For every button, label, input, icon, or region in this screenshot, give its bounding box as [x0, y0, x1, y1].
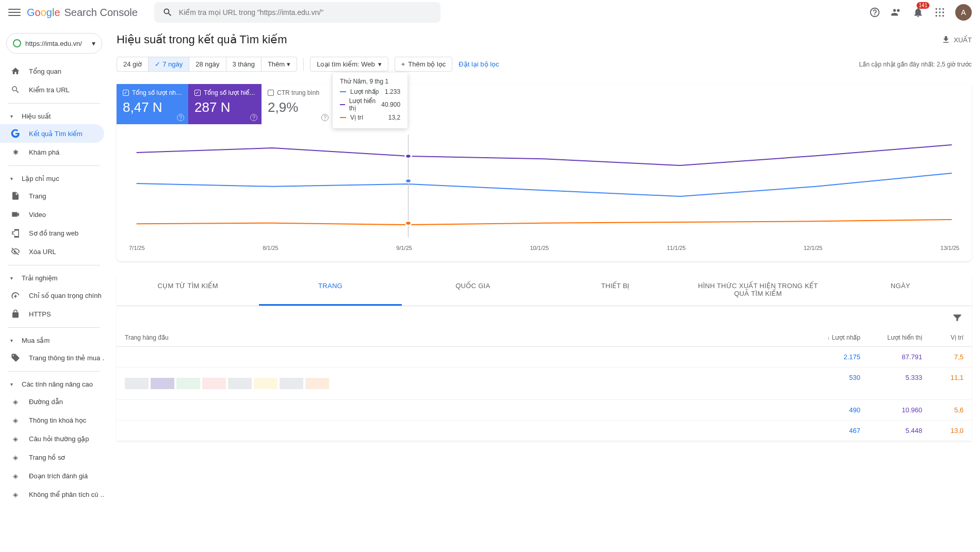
table-row[interactable]: 2.17587.7917,5 — [117, 347, 972, 367]
filter-search-type[interactable]: Loại tìm kiếm: Web▾ — [310, 57, 388, 72]
filter-icon[interactable] — [951, 311, 963, 324]
nav-section-indexing[interactable]: ▾Lập chỉ mục — [0, 170, 108, 187]
google-g-icon — [10, 128, 21, 139]
download-icon — [941, 35, 951, 44]
metric-impressions[interactable]: Tổng số lượt hiể… 287 N ? — [188, 84, 262, 124]
tag-icon — [10, 353, 21, 363]
tab-2[interactable]: QUỐC GIA — [402, 274, 544, 306]
hamburger-menu[interactable] — [8, 6, 21, 19]
date-segment-1[interactable]: ✓ 7 ngày — [148, 57, 189, 71]
tab-1[interactable]: TRANG — [259, 274, 401, 306]
date-segment-0[interactable]: 24 giờ — [117, 57, 148, 71]
col-page[interactable]: Trang hàng đầu — [125, 334, 798, 341]
table-row[interactable]: 49010.9605,6 — [117, 400, 972, 421]
svg-point-3 — [936, 11, 937, 13]
lock-icon — [10, 309, 21, 319]
date-segment-3[interactable]: 3 tháng — [226, 57, 261, 71]
add-filter-button[interactable]: +Thêm bộ lọc — [395, 57, 453, 72]
svg-point-0 — [936, 8, 937, 10]
nav-section-enhance[interactable]: ▾Các tính năng nâng cao — [0, 376, 108, 392]
help-icon[interactable]: ? — [321, 114, 329, 121]
tab-3[interactable]: THIẾT BỊ — [544, 274, 687, 306]
cell-impr: 10.960 — [860, 406, 922, 414]
cell-pos: 11,1 — [922, 374, 963, 393]
cell-impr: 87.791 — [860, 353, 922, 361]
speed-icon — [10, 290, 21, 300]
google-wordmark: Google — [27, 7, 60, 19]
date-segment-4[interactable]: Thêm ▾ — [261, 57, 297, 71]
x-tick: 7/1/25 — [129, 245, 145, 251]
asterisk-icon: ✱ — [10, 147, 21, 157]
users-icon[interactable] — [890, 6, 903, 19]
help-icon[interactable]: ? — [250, 114, 257, 121]
nav-section-performance[interactable]: ▾Hiệu suất — [0, 108, 108, 124]
nav-profile[interactable]: ◈Trang hồ sơ — [0, 448, 104, 466]
help-icon[interactable] — [869, 6, 881, 19]
nav-overview[interactable]: Tổng quan — [0, 62, 104, 80]
nav-discover[interactable]: ✱Khám phá — [0, 143, 104, 161]
dimension-tabs: CỤM TỪ TÌM KIẾMTRANGQUỐC GIATHIẾT BỊHÌNH… — [117, 274, 972, 306]
apps-icon[interactable] — [934, 6, 946, 19]
search-icon — [10, 85, 21, 95]
nav-pages[interactable]: Trang — [0, 187, 104, 205]
help-icon[interactable]: ? — [177, 114, 184, 121]
notification-badge: 141 — [917, 2, 929, 9]
nav-section-experience[interactable]: ▾Trải nghiệm — [0, 270, 108, 286]
tab-5[interactable]: NGÀY — [829, 274, 972, 306]
nav-sitemaps[interactable]: Sơ đồ trang web — [0, 224, 104, 242]
sitemap-icon — [10, 228, 21, 238]
cell-clicks: 467 — [798, 427, 860, 434]
nav-review[interactable]: ◈Đoạn trích đánh giá — [0, 466, 104, 485]
search-input[interactable] — [179, 8, 432, 16]
property-selector[interactable]: https://imta.edu.vn/ ▾ — [6, 33, 102, 54]
nav-faq[interactable]: ◈Câu hỏi thường gặp — [0, 429, 104, 448]
nav-unparsable[interactable]: ◈Không thể phân tích cú … — [0, 485, 104, 504]
page-title: Hiệu suất trong kết quả Tìm kiếm — [117, 33, 287, 46]
date-segment-2[interactable]: 28 ngày — [189, 57, 225, 71]
diamond-icon: ◈ — [10, 415, 21, 425]
col-position[interactable]: Vị trí — [922, 334, 963, 341]
cell-clicks: 2.175 — [798, 353, 860, 361]
chevron-down-icon: ▾ — [287, 60, 290, 68]
diamond-icon: ◈ — [10, 452, 21, 462]
nav-removals[interactable]: Xóa URL — [0, 242, 104, 261]
reset-filters-link[interactable]: Đặt lại bộ lọc — [459, 60, 499, 68]
checkbox-icon — [268, 90, 274, 96]
chevron-down-icon: ▾ — [378, 60, 382, 68]
x-tick: 9/1/25 — [396, 245, 412, 251]
metric-position[interactable]: Số vị trí trung bình 13 Thứ Năm, 9 thg 1… — [333, 84, 405, 124]
nav-breadcrumbs[interactable]: ◈Đường dẫn — [0, 392, 104, 411]
nav-https[interactable]: HTTPS — [0, 305, 104, 323]
cell-pos: 13,0 — [922, 427, 963, 434]
export-button[interactable]: XUẤT — [941, 35, 972, 44]
property-favicon — [13, 39, 21, 47]
nav-video[interactable]: Video — [0, 205, 104, 224]
svg-point-8 — [942, 15, 944, 16]
svg-point-6 — [936, 15, 937, 16]
svg-point-2 — [942, 8, 944, 10]
nav-section-shopping[interactable]: ▾Mua sắm — [0, 332, 108, 348]
metric-ctr-value: 2,9% — [268, 99, 326, 115]
svg-point-11 — [405, 179, 412, 183]
tab-4[interactable]: HÌNH THỨC XUẤT HIỆN TRONG KẾT QUẢ TÌM KI… — [687, 274, 829, 306]
col-clicks[interactable]: ↓Lượt nhấp — [798, 334, 860, 341]
table-row[interactable]: 5305.33311,1 — [117, 367, 972, 400]
nav-search-results[interactable]: Kết quả Tìm kiếm — [0, 124, 104, 143]
metric-ctr[interactable]: CTR trung bình 2,9% ? — [262, 84, 333, 124]
account-avatar[interactable]: A — [955, 4, 972, 21]
notifications-icon[interactable]: 141 — [912, 6, 924, 19]
table-row[interactable]: 4675.44813,0 — [117, 421, 972, 441]
tab-0[interactable]: CỤM TỪ TÌM KIẾM — [117, 274, 259, 306]
sort-desc-icon: ↓ — [827, 335, 830, 341]
url-inspect-search[interactable] — [154, 2, 440, 23]
nav-url-inspect[interactable]: Kiểm tra URL — [0, 80, 104, 99]
property-url: https://imta.edu.vn/ — [25, 40, 88, 47]
diamond-icon: ◈ — [10, 433, 21, 444]
plus-icon: + — [401, 60, 405, 68]
nav-cwv[interactable]: Chỉ số quan trọng chính … — [0, 286, 104, 305]
col-impressions[interactable]: Lượt hiển thị — [860, 334, 922, 341]
nav-shopping-page[interactable]: Trang thông tin thẻ mua … — [0, 348, 104, 367]
date-range-segments: 24 giờ✓ 7 ngày28 ngày3 thángThêm ▾ — [117, 57, 297, 72]
nav-courses[interactable]: ◈Thông tin khoá học — [0, 411, 104, 429]
metric-clicks[interactable]: Tổng số lượt nh… 8,47 N ? — [117, 84, 188, 124]
